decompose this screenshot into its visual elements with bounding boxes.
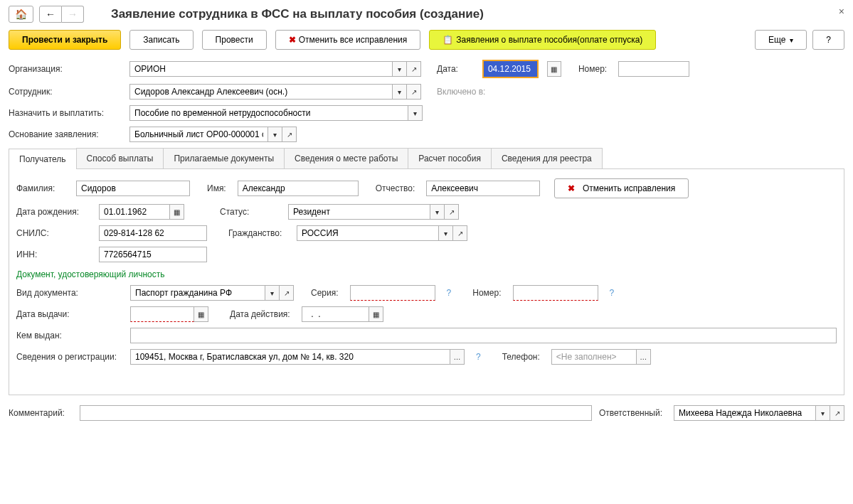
tab-attachments[interactable]: Прилагаемые документы	[163, 148, 285, 168]
employee-input[interactable]	[129, 84, 393, 100]
cancel-icon: ✖	[568, 183, 575, 193]
phone-label: Телефон:	[502, 352, 540, 362]
issued-by-label: Кем выдан:	[16, 331, 123, 341]
patronymic-label: Отчество:	[376, 183, 415, 193]
list-icon: 📋	[443, 35, 453, 45]
citizenship-label: Гражданство:	[228, 228, 285, 238]
date-input[interactable]	[484, 61, 537, 77]
tab-registry[interactable]: Сведения для реестра	[491, 148, 603, 168]
assign-input[interactable]	[129, 105, 408, 121]
more-button[interactable]: Еще	[755, 30, 807, 50]
id-doc-header: Документ, удостоверяющий личность	[16, 269, 837, 279]
home-button[interactable]: 🏠	[9, 6, 33, 23]
date-label: Дата:	[437, 64, 458, 74]
calendar-icon[interactable]: ▦	[170, 204, 184, 220]
valid-date-label: Дата действия:	[230, 309, 290, 319]
doc-type-label: Вид документа:	[16, 288, 123, 298]
dob-input[interactable]	[99, 204, 170, 220]
open-icon[interactable]: ↗	[407, 61, 421, 77]
assign-label: Назначить и выплатить:	[9, 108, 122, 118]
forward-button[interactable]: →	[62, 6, 84, 23]
help-icon[interactable]: ?	[472, 352, 485, 362]
help-icon[interactable]: ?	[605, 288, 619, 298]
open-icon[interactable]: ↗	[407, 84, 421, 100]
docnum-label: Номер:	[472, 288, 501, 298]
responsible-input[interactable]	[674, 405, 816, 421]
back-button[interactable]: ←	[39, 6, 62, 23]
employee-label: Сотрудник:	[9, 87, 122, 97]
issued-by-input[interactable]	[130, 328, 837, 343]
issue-date-input[interactable]	[130, 306, 194, 322]
calendar-icon[interactable]: ▦	[369, 306, 383, 322]
status-input[interactable]	[288, 204, 430, 220]
surname-input[interactable]	[76, 181, 190, 196]
dropdown-icon[interactable]: ▾	[430, 204, 445, 220]
post-button[interactable]: Провести	[202, 30, 267, 50]
inn-input[interactable]	[99, 247, 207, 262]
name-input[interactable]	[238, 181, 359, 196]
open-icon[interactable]: ↗	[830, 405, 844, 421]
cancel-all-corrections-button[interactable]: ✖Отменить все исправления	[275, 30, 421, 50]
open-icon[interactable]: ↗	[282, 127, 297, 142]
cancel-corrections-button[interactable]: ✖ Отменить исправления	[554, 178, 689, 198]
comment-input[interactable]	[80, 405, 592, 421]
included-label: Включено в:	[437, 87, 485, 97]
citizenship-input[interactable]	[297, 225, 439, 241]
patronymic-input[interactable]	[426, 181, 540, 196]
page-title: Заявление сотрудника в ФСС на выплату по…	[111, 7, 484, 21]
dropdown-icon[interactable]: ▾	[265, 285, 280, 301]
basis-label: Основание заявления:	[9, 129, 122, 139]
dropdown-icon[interactable]: ▾	[408, 105, 423, 121]
open-icon[interactable]: ↗	[453, 225, 467, 241]
tab-payment-method[interactable]: Способ выплаты	[76, 148, 164, 168]
snils-input[interactable]	[99, 225, 207, 241]
dropdown-icon[interactable]: ▾	[393, 61, 407, 77]
reg-input[interactable]	[130, 349, 450, 365]
dob-label: Дата рождения:	[16, 207, 88, 217]
tabs: Получатель Способ выплаты Прилагаемые до…	[9, 148, 844, 169]
inn-label: ИНН:	[16, 250, 88, 259]
snils-label: СНИЛС:	[16, 228, 88, 238]
help-button[interactable]: ?	[812, 30, 844, 50]
tab-recipient[interactable]: Получатель	[9, 149, 77, 169]
close-icon[interactable]: ×	[839, 6, 844, 17]
open-icon[interactable]: ↗	[280, 285, 294, 301]
calendar-icon[interactable]: ▦	[194, 306, 208, 322]
issue-date-label: Дата выдачи:	[16, 309, 123, 319]
open-icon[interactable]: ↗	[445, 204, 459, 220]
basis-input[interactable]	[129, 127, 268, 142]
cancel-icon: ✖	[289, 35, 296, 45]
docnum-input[interactable]	[513, 285, 598, 301]
name-label: Имя:	[207, 183, 226, 193]
dropdown-icon[interactable]: ▾	[268, 127, 282, 142]
org-input[interactable]	[129, 61, 393, 77]
comment-label: Комментарий:	[9, 408, 73, 418]
ellipsis-icon[interactable]: …	[450, 349, 465, 365]
phone-input[interactable]	[551, 349, 637, 365]
help-icon[interactable]: ?	[443, 288, 456, 298]
number-input[interactable]	[618, 61, 689, 77]
responsible-label: Ответственный:	[599, 408, 662, 418]
status-label: Статус:	[220, 207, 277, 217]
surname-label: Фамилия:	[16, 183, 65, 193]
ellipsis-icon[interactable]: …	[637, 349, 651, 365]
series-label: Серия:	[311, 288, 339, 298]
valid-date-input[interactable]	[302, 306, 369, 322]
applications-button[interactable]: 📋Заявления о выплате пособия(оплате отпу…	[429, 30, 656, 50]
dropdown-icon[interactable]: ▾	[439, 225, 453, 241]
save-button[interactable]: Записать	[129, 30, 193, 50]
series-input[interactable]	[350, 285, 435, 301]
reg-label: Сведения о регистрации:	[16, 352, 123, 362]
org-label: Организация:	[9, 64, 122, 74]
number-label: Номер:	[578, 64, 607, 74]
post-and-close-button[interactable]: Провести и закрыть	[9, 30, 121, 50]
tab-calculation[interactable]: Расчет пособия	[408, 148, 492, 168]
recipient-panel: Фамилия: Имя: Отчество: ✖ Отменить испра…	[15, 176, 838, 373]
calendar-icon[interactable]: ▦	[547, 61, 561, 77]
dropdown-icon[interactable]: ▾	[393, 84, 407, 100]
doc-type-input[interactable]	[130, 285, 265, 301]
dropdown-icon[interactable]: ▾	[816, 405, 830, 421]
tab-workplace[interactable]: Сведения о месте работы	[284, 148, 408, 168]
